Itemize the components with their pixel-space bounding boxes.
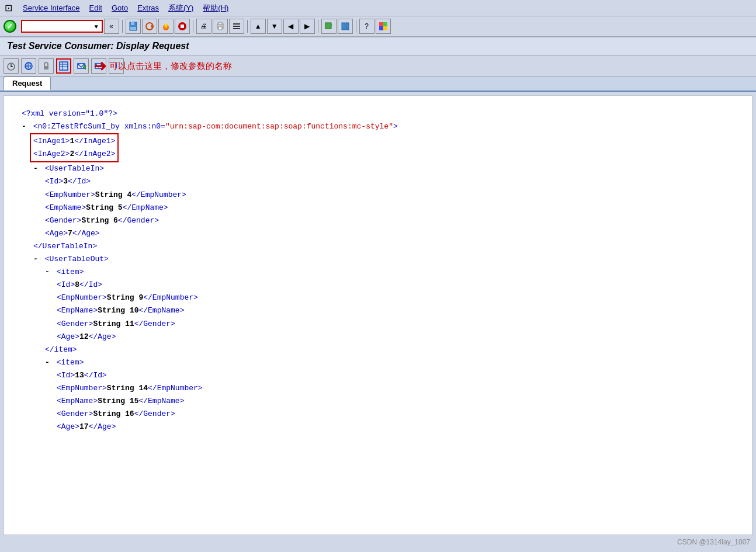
xml-usertablein-open: - <UserTableIn> <box>22 162 734 175</box>
xml-usertablein-close: </UserTableIn> <box>22 240 734 253</box>
svg-rect-9 <box>181 25 184 28</box>
tab-bar: Request <box>0 77 756 92</box>
svg-rect-33 <box>44 66 48 70</box>
xml-empnumber-9: <EmpNumber>String 9</EmpNumber> <box>22 291 734 304</box>
right-btn[interactable]: ▶ <box>300 19 315 34</box>
svg-rect-18 <box>342 23 345 30</box>
svg-rect-2 <box>130 27 136 30</box>
svg-rect-24 <box>383 26 387 30</box>
menu-system[interactable]: 系统(Y) <box>165 2 197 15</box>
table-btn[interactable] <box>56 58 71 74</box>
xml-empname-5: <EmpName>String 5</EmpName> <box>22 202 734 214</box>
separator-3 <box>247 20 248 33</box>
svg-rect-12 <box>219 27 222 30</box>
menu-service-interface[interactable]: Service Interface <box>19 2 84 13</box>
svg-point-28 <box>11 66 12 67</box>
xml-empname-15: <EmpName>String 15</EmpName> <box>22 395 734 408</box>
separator-4 <box>318 20 318 33</box>
xml-age-7: <Age>7</Age> <box>22 227 734 240</box>
xml-item1-close: </item> <box>22 343 734 356</box>
separator-1 <box>122 20 123 33</box>
svg-rect-20 <box>346 27 349 30</box>
content-header: Test Service Consumer: Display Request <box>0 37 756 55</box>
svg-rect-16 <box>325 23 331 29</box>
xml-empnumber-14: <EmpNumber>String 14</EmpNumber> <box>22 382 734 395</box>
globe-btn[interactable] <box>21 58 36 74</box>
clock-btn[interactable] <box>4 58 19 74</box>
up-btn[interactable]: ▲ <box>251 19 266 34</box>
app-icon: ⊡ <box>5 2 12 13</box>
down-btn[interactable]: ▼ <box>267 19 282 34</box>
color-btn[interactable] <box>376 19 391 34</box>
page-title: Test Service Consumer: Display Request <box>7 41 189 51</box>
svg-rect-23 <box>379 26 383 30</box>
menu-edit[interactable]: Edit <box>86 2 106 13</box>
svg-point-7 <box>165 23 167 27</box>
svg-rect-34 <box>60 62 68 70</box>
xml-age-12: <Age>12</Age> <box>22 331 734 343</box>
status-indicator: ✓ <box>4 20 16 33</box>
separator-2 <box>193 20 193 33</box>
watermark: CSDN @1314lay_1007 <box>677 538 750 546</box>
xml-root-open: - <n0:ZTestRfcSumI_by xmlns:n0="urn:sap-… <box>22 120 734 133</box>
print-btn[interactable]: 🖨 <box>196 19 211 34</box>
svg-rect-15 <box>233 28 240 29</box>
help-btn[interactable]: ? <box>359 19 374 34</box>
toolbar: ✓ ▼ « 🖨 ▲ ▼ ◀ ▶ ? <box>0 16 756 37</box>
command-combo[interactable]: ▼ <box>21 20 103 33</box>
menu-goto[interactable]: Goto <box>108 2 131 13</box>
menu-bar: ⊡ Service Interface Edit Goto Extras 系统(… <box>0 0 756 16</box>
xml-empnumber-4: <EmpNumber>String 4</EmpNumber> <box>22 189 734 202</box>
xml-content-area[interactable]: <?xml version="1.0"?> - <n0:ZTestRfcSumI… <box>4 95 752 535</box>
svg-marker-17 <box>331 24 332 26</box>
fire-btn[interactable] <box>158 19 174 34</box>
xml-item1-open: - <item> <box>22 266 734 279</box>
green-plus-btn[interactable] <box>321 19 337 34</box>
secondary-toolbar: i ➜ 可以点击这里，修改参数的名称 <box>0 55 756 77</box>
stop-btn[interactable] <box>175 19 190 34</box>
xml-gender-11: <Gender>String 11</Gender> <box>22 318 734 331</box>
settings-btn[interactable] <box>229 19 244 34</box>
xml-id-3: <Id>3</Id> <box>22 175 734 188</box>
tab-request[interactable]: Request <box>4 77 51 91</box>
send-btn[interactable] <box>74 58 89 74</box>
info-btn[interactable]: i <box>109 58 124 74</box>
xml-gender-16: <Gender>String 16</Gender> <box>22 408 734 421</box>
xml-proc-instr: <?xml version="1.0"?> <box>22 107 734 120</box>
xml-id-13: <Id>13</Id> <box>22 369 734 382</box>
print2-btn[interactable] <box>213 19 228 34</box>
combo-arrow-icon[interactable]: ▼ <box>93 23 99 30</box>
xml-empname-10: <EmpName>String 10</EmpName> <box>22 304 734 317</box>
lock-btn[interactable] <box>39 58 54 74</box>
svg-rect-21 <box>379 22 383 26</box>
refresh-btn[interactable] <box>142 19 157 34</box>
xml-item2-open: - <item> <box>22 356 734 369</box>
save-btn[interactable] <box>126 19 141 34</box>
xml-age-17: <Age>17</Age> <box>22 421 734 433</box>
separator-5 <box>356 20 356 33</box>
left-btn[interactable]: ◀ <box>283 19 299 34</box>
svg-rect-11 <box>219 22 222 25</box>
receive-btn[interactable] <box>91 58 106 74</box>
svg-rect-22 <box>383 22 387 26</box>
annotation-text: 可以点击这里，修改参数的名称 <box>109 61 232 72</box>
xml-gender-6: <Gender>String 6</Gender> <box>22 214 734 227</box>
xml-id-8: <Id>8</Id> <box>22 279 734 291</box>
svg-rect-14 <box>233 26 240 27</box>
svg-rect-13 <box>233 23 240 25</box>
svg-rect-1 <box>131 22 134 25</box>
svg-rect-19 <box>346 23 349 26</box>
xml-usertableout-open: - <UserTableOut> <box>22 253 734 266</box>
menu-help[interactable]: 帮助(H) <box>199 2 232 15</box>
xml-inage-lines: <InAge1>1</InAge1> <InAge2>2</InAge2> <box>22 133 734 162</box>
double-arrow-btn[interactable]: « <box>104 19 119 34</box>
menu-extras[interactable]: Extras <box>134 2 162 13</box>
layout-btn[interactable] <box>338 19 353 34</box>
